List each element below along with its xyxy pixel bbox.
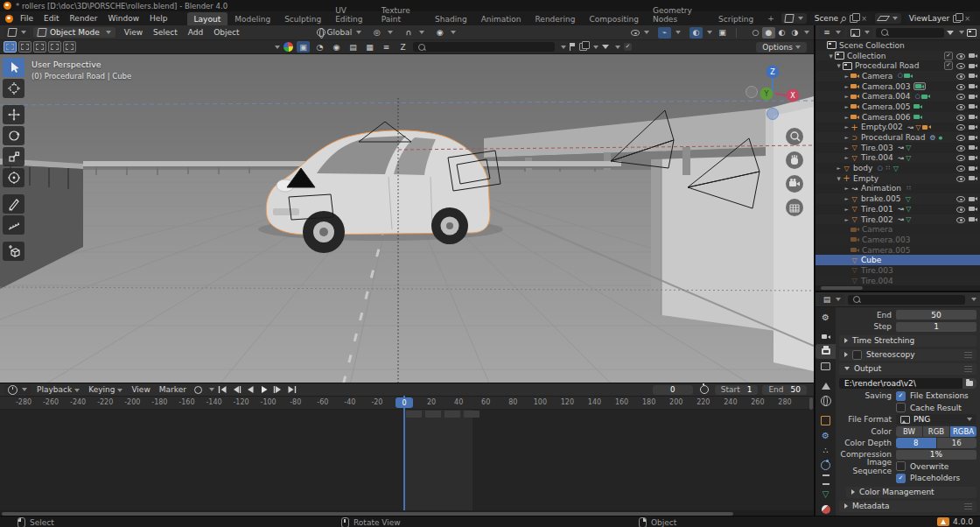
- snap-toggle[interactable]: ∩: [402, 27, 424, 39]
- outliner-row-tire-003[interactable]: ▽Tire.003: [816, 265, 980, 276]
- outliner-row-body[interactable]: ►▽body○∷▽: [816, 163, 980, 173]
- eye-visibility-icon[interactable]: [956, 123, 965, 130]
- timeline-menu-keying[interactable]: Keying: [84, 384, 127, 395]
- workspace-tab-sculpting[interactable]: Sculpting: [277, 12, 328, 25]
- disclosure-right-icon[interactable]: ►: [843, 74, 850, 79]
- keyframe-block[interactable]: [406, 411, 422, 418]
- stereoscopy-checkbox[interactable]: [852, 350, 862, 360]
- outliner-row-animation[interactable]: ►↝Animation∷: [816, 184, 980, 194]
- file-format-dropdown[interactable]: PNG: [896, 414, 976, 425]
- tool-cursor[interactable]: [3, 79, 24, 98]
- collection-checkbox[interactable]: ✓: [944, 52, 953, 60]
- outliner-search-input[interactable]: [876, 28, 944, 38]
- keying-dropdown-icon[interactable]: [209, 388, 214, 391]
- add-workspace-button[interactable]: +: [762, 12, 780, 25]
- disclosure-right-icon[interactable]: ►: [835, 165, 843, 171]
- cache-result-checkbox[interactable]: [896, 403, 906, 412]
- timeline-tracks[interactable]: [0, 410, 814, 510]
- workspace-tab-scripting[interactable]: Scripting: [711, 12, 760, 25]
- outliner-row-camera-004[interactable]: ►Camera.004○: [816, 91, 980, 102]
- outliner-scrollbar[interactable]: [816, 285, 980, 291]
- placeholders-checkbox[interactable]: ✓: [896, 474, 906, 483]
- file-extensions-checkbox[interactable]: ✓: [896, 391, 906, 401]
- outliner-row-procedural-road[interactable]: ▼Procedural Road✓: [816, 60, 980, 71]
- outliner-row-tire-004[interactable]: ►▽Tire.004↝▽: [816, 153, 980, 164]
- properties-tab-material[interactable]: [816, 502, 836, 516]
- viewport-3d[interactable]: User Perspective (0) Procedural Road | C…: [0, 54, 814, 383]
- eye-visibility-icon[interactable]: [956, 195, 965, 202]
- next-keyframe-button[interactable]: [273, 385, 284, 395]
- addon-tool-icon-3[interactable]: ▤: [346, 41, 360, 53]
- disclosure-right-icon[interactable]: ►: [843, 135, 850, 140]
- show-overlays-toggle[interactable]: ◐: [690, 27, 712, 39]
- properties-tab-render[interactable]: [816, 329, 836, 344]
- transform-orientation[interactable]: Global: [317, 28, 362, 37]
- proportional-edit-button[interactable]: ◉: [433, 27, 456, 39]
- viewport-menu-view[interactable]: View: [119, 27, 148, 38]
- nav-orthographic-grid-button[interactable]: [786, 199, 803, 216]
- copy-settings-icon[interactable]: [579, 43, 587, 51]
- properties-tab-constraints[interactable]: [816, 472, 836, 487]
- disclosure-right-icon[interactable]: ►: [843, 155, 850, 160]
- addon-tool-icon-1[interactable]: ◔: [313, 41, 326, 53]
- properties-tab-view-layer[interactable]: [816, 359, 836, 374]
- panel-metadata[interactable]: Metadata: [839, 501, 976, 512]
- outliner-row-camera-003[interactable]: Camera.003: [816, 235, 980, 245]
- disclosure-down-icon[interactable]: ▼: [835, 63, 843, 68]
- keyframe-block[interactable]: [464, 411, 480, 418]
- duplicate-scene-icon[interactable]: [850, 15, 858, 23]
- outliner-row-collection[interactable]: ▼Collection✓: [816, 51, 980, 61]
- nav-camera-view-button[interactable]: [786, 175, 803, 193]
- shading-material-icon[interactable]: ◐: [775, 27, 788, 39]
- viewlayer-browse-button[interactable]: [875, 13, 901, 24]
- jump-to-start-button[interactable]: [217, 385, 228, 395]
- keyframe-block[interactable]: [444, 411, 460, 418]
- tool-search-input[interactable]: [413, 42, 555, 52]
- workspace-tab-layout[interactable]: Layout: [187, 12, 228, 25]
- output-path-input[interactable]: E:\render\road\v2\: [839, 378, 976, 389]
- disclosure-right-icon[interactable]: ►: [843, 84, 850, 89]
- properties-tab-modifiers[interactable]: ⚙: [816, 428, 836, 443]
- play-reverse-button[interactable]: [245, 385, 256, 395]
- workspace-tab-modeling[interactable]: Modeling: [228, 12, 277, 25]
- properties-tab-world[interactable]: [816, 394, 836, 409]
- new-collection-button[interactable]: [967, 29, 976, 37]
- disclosure-right-icon[interactable]: ►: [843, 196, 850, 201]
- outliner-row-tire-001[interactable]: ►▽Tire.001↝▽: [816, 204, 980, 214]
- brush-palette-icon[interactable]: [284, 42, 293, 52]
- eye-visibility-icon[interactable]: [956, 134, 965, 141]
- duplicate-viewlayer-icon[interactable]: [953, 15, 961, 23]
- overwrite-checkbox[interactable]: [896, 461, 906, 471]
- properties-tab-physics[interactable]: [816, 458, 836, 473]
- disclosure-right-icon[interactable]: ►: [843, 145, 850, 151]
- warning-icon[interactable]: [937, 517, 949, 526]
- color-option-rgba[interactable]: RGBA: [950, 426, 976, 437]
- frame-step-input[interactable]: 1: [896, 322, 976, 332]
- chevron-down-icon[interactable]: [561, 46, 566, 49]
- timeline-ruler[interactable]: 0 -280-260-240-220-200-180-160-140-120-1…: [0, 397, 814, 410]
- outliner-row-camera-005[interactable]: Camera.005: [816, 245, 980, 256]
- blender-menu-icon[interactable]: [5, 15, 13, 23]
- workspace-tab-texture-paint[interactable]: Texture Paint: [374, 4, 428, 25]
- close-icon[interactable]: ×: [861, 15, 867, 23]
- outliner-row-empty-002[interactable]: ►+Empty.002↝▽: [816, 123, 980, 133]
- eye-visibility-icon[interactable]: [956, 73, 965, 80]
- shading-solid-icon[interactable]: ●: [762, 27, 775, 39]
- eye-visibility-icon[interactable]: [956, 175, 965, 182]
- eye-visibility-icon[interactable]: [956, 144, 965, 151]
- outliner-display-mode-button[interactable]: ≡: [819, 27, 844, 38]
- select-mode-subtract[interactable]: [33, 41, 46, 53]
- workspace-tab-uv-editing[interactable]: UV Editing: [328, 4, 374, 25]
- show-gizmo-toggle[interactable]: ⌁: [658, 27, 681, 39]
- eye-visibility-icon[interactable]: [956, 165, 965, 172]
- eye-visibility-icon[interactable]: [956, 93, 965, 100]
- workspace-tab-animation[interactable]: Animation: [474, 12, 528, 25]
- eye-visibility-icon[interactable]: [956, 62, 965, 69]
- panel-output[interactable]: Output: [839, 363, 976, 375]
- compression-slider[interactable]: 1%: [896, 450, 976, 460]
- workspace-tab-compositing[interactable]: Compositing: [582, 12, 645, 25]
- workspace-tab-geometry-nodes[interactable]: Geometry Nodes: [646, 4, 711, 25]
- previous-keyframe-button[interactable]: [231, 385, 242, 395]
- navigation-gizmo[interactable]: Z X Y: [744, 58, 805, 126]
- select-mode-extend[interactable]: [18, 41, 32, 53]
